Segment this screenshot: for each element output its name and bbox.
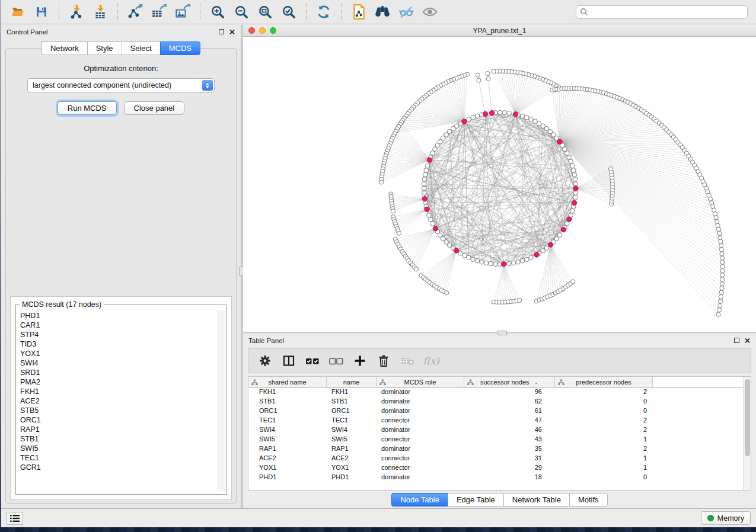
network-window-titlebar[interactable]: YPA_prune.txt_1	[243, 25, 756, 37]
tab-style[interactable]: Style	[87, 41, 122, 55]
column-header-shared-name[interactable]: shared name	[248, 377, 327, 387]
mcds-result-item[interactable]: STB5	[17, 406, 225, 415]
memory-button[interactable]: Memory	[701, 511, 751, 525]
table-cell: RAP1	[327, 445, 377, 454]
column-header-MCDS-role[interactable]: MCDS role	[377, 377, 464, 387]
table-row[interactable]: TEC1TEC1connector472	[248, 416, 751, 426]
table-cell: dominator	[377, 388, 464, 398]
table-cell: YOX1	[248, 464, 327, 473]
export-network-button[interactable]	[123, 2, 147, 22]
close-table-panel-icon[interactable]: ⨯	[744, 338, 751, 343]
open-session-button[interactable]	[6, 2, 30, 22]
mcds-result-item[interactable]: RAP1	[17, 425, 225, 434]
close-panel-button[interactable]: Close panel	[124, 101, 185, 115]
table-scrollbar-thumb[interactable]	[745, 379, 750, 456]
refresh-layout-button[interactable]	[312, 2, 336, 22]
mcds-result-item[interactable]: TID3	[17, 339, 225, 349]
float-panel-icon[interactable]	[219, 29, 224, 34]
mcds-list-scrollbar[interactable]	[218, 310, 225, 491]
select-all-button[interactable]	[302, 351, 323, 370]
save-session-button[interactable]	[30, 2, 53, 22]
table-row[interactable]: ACE2ACE2connector311	[248, 454, 751, 464]
network-canvas[interactable]	[243, 37, 756, 332]
toggle-columns-button[interactable]	[278, 351, 299, 370]
mcds-result-item[interactable]: SWI4	[17, 358, 225, 368]
table-row[interactable]: FKH1FKH1dominator962	[248, 388, 751, 398]
mcds-result-item[interactable]: CAR1	[17, 321, 225, 330]
search-input[interactable]	[588, 8, 744, 16]
table-cell: RAP1	[248, 445, 327, 454]
mcds-result-item[interactable]: SRD1	[17, 368, 225, 377]
column-header-successor-nodes[interactable]: successor nodes⌄	[464, 377, 555, 387]
zoom-selected-button[interactable]	[277, 2, 301, 22]
mcds-result-item[interactable]: PMA2	[17, 377, 225, 387]
float-table-panel-icon[interactable]	[734, 338, 739, 343]
mcds-result-item[interactable]: ORC1	[17, 415, 225, 425]
tab-network[interactable]: Network	[42, 41, 87, 55]
tab-select[interactable]: Select	[122, 41, 160, 55]
tab-network-table[interactable]: Network Table	[503, 493, 569, 507]
table-cell: 2	[555, 416, 653, 426]
table-cell: SWI5	[248, 435, 327, 445]
memory-label: Memory	[717, 514, 744, 523]
mcds-result-item[interactable]: YOX1	[17, 349, 225, 358]
zoom-out-button[interactable]	[229, 2, 253, 22]
criterion-selected-value: largest connected component (undirected)	[33, 81, 171, 89]
table-scrollbar[interactable]	[743, 377, 751, 490]
table-cell: 2	[555, 445, 653, 454]
tab-node-table[interactable]: Node Table	[391, 493, 448, 507]
mcds-result-item[interactable]: PHD1	[17, 311, 225, 321]
add-row-button[interactable]	[349, 351, 371, 370]
criterion-select[interactable]: largest connected component (undirected)	[27, 78, 215, 92]
mcds-result-item[interactable]: GCR1	[17, 463, 225, 472]
tab-motifs[interactable]: Motifs	[569, 493, 608, 507]
import-network-button[interactable]	[65, 2, 88, 22]
binoculars-icon	[374, 5, 391, 19]
eye-button[interactable]	[418, 2, 442, 22]
mcds-tab-content: Optimization criterion: largest connecte…	[5, 48, 237, 504]
column-header-name[interactable]: name	[327, 377, 377, 387]
run-mcds-button[interactable]: Run MCDS	[58, 101, 117, 115]
table-row[interactable]: SWI5SWI5connector431	[248, 435, 751, 445]
export-table-button[interactable]	[147, 2, 171, 22]
deselect-all-icon	[328, 354, 344, 368]
table-cell: TEC1	[327, 416, 377, 426]
delete-rows-button[interactable]	[373, 351, 394, 370]
zoom-fit-button[interactable]	[253, 2, 277, 22]
table-cell: 31	[464, 454, 555, 464]
document-network-button[interactable]	[347, 2, 371, 22]
export-image-button[interactable]	[171, 2, 194, 22]
table-cell: connector	[377, 464, 464, 473]
table-row[interactable]: PHD1PHD1dominator180	[248, 473, 751, 483]
mcds-result-item[interactable]: SWI5	[17, 444, 225, 453]
glasses-hide-button[interactable]	[394, 2, 418, 22]
delete-table-button	[397, 351, 418, 370]
mcds-result-item[interactable]: TEC1	[17, 453, 225, 463]
table-cell: 0	[555, 407, 653, 416]
tab-mcds[interactable]: MCDS	[160, 41, 200, 55]
zoom-in-button[interactable]	[206, 2, 229, 22]
toolbar-separator	[306, 4, 307, 20]
table-cell: 61	[464, 407, 555, 416]
column-header-predecessor-nodes[interactable]: predecessor nodes	[555, 377, 653, 387]
close-panel-icon[interactable]: ⨯	[229, 29, 235, 34]
mcds-result-item[interactable]: ACE2	[17, 396, 225, 406]
mcds-result-item[interactable]: STB1	[17, 434, 225, 444]
vertical-splitter[interactable]	[241, 25, 243, 508]
tab-edge-table[interactable]: Edge Table	[448, 493, 503, 507]
binoculars-button[interactable]	[371, 2, 394, 22]
table-row[interactable]: SWI4SWI4dominator462	[248, 426, 751, 435]
splitter-grab-handle-h[interactable]	[497, 331, 507, 335]
global-search-field[interactable]	[576, 5, 748, 19]
settings-gear-button[interactable]	[254, 351, 276, 370]
table-row[interactable]: RAP1RAP1dominator352	[248, 445, 751, 454]
deselect-all-button[interactable]	[326, 351, 347, 370]
horizontal-splitter[interactable]	[243, 332, 756, 334]
import-table-button[interactable]	[88, 2, 112, 22]
table-row[interactable]: YOX1YOX1connector291	[248, 464, 751, 473]
table-row[interactable]: ORC1ORC1dominator610	[248, 407, 751, 416]
mcds-result-item[interactable]: STP4	[17, 330, 225, 339]
task-history-button[interactable]	[7, 512, 23, 525]
table-row[interactable]: STB1STB1dominator620	[248, 398, 751, 407]
mcds-result-item[interactable]: FKH1	[17, 387, 225, 396]
